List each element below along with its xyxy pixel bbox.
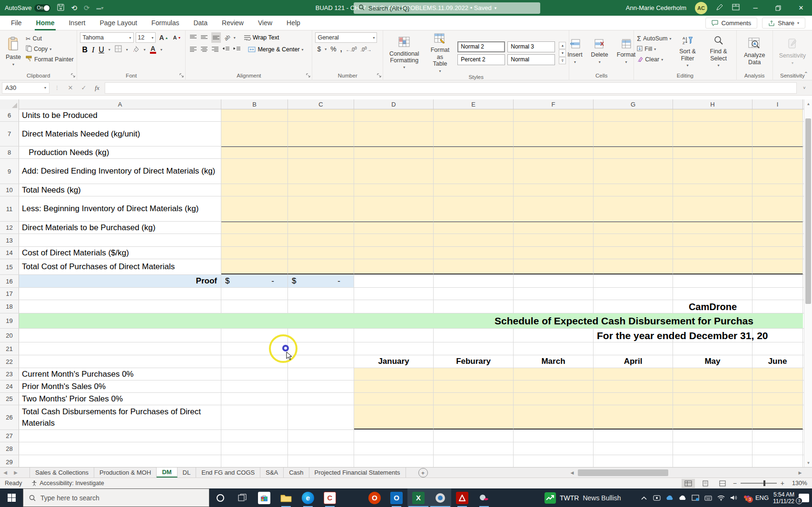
cell-B25[interactable]	[221, 393, 288, 405]
row-header-11[interactable]: 11	[0, 196, 19, 221]
cell-C8[interactable]	[288, 146, 354, 158]
cell-F15[interactable]	[514, 259, 594, 274]
cell-A14[interactable]: Cost of Direct Materials ($/kg)	[19, 247, 221, 259]
column-header-G[interactable]: G	[594, 99, 673, 109]
copy-button[interactable]: Copy▾	[26, 44, 74, 54]
restore-button[interactable]	[771, 0, 785, 16]
outlook-icon[interactable]: O	[386, 488, 407, 507]
autosave-toggle[interactable]: AutoSave On	[5, 4, 50, 12]
sheet-tab-sales-collections[interactable]: Sales & Collections	[30, 468, 94, 478]
phone-link-icon[interactable]	[691, 495, 700, 501]
cell-I11[interactable]	[753, 196, 803, 221]
cell-I23[interactable]	[753, 368, 803, 380]
task-view-icon[interactable]	[231, 488, 253, 507]
clock[interactable]: 5:54 AM 11/11/22	[773, 491, 794, 505]
search-box[interactable]: Search (Alt+Q)	[354, 2, 540, 14]
cell-E25[interactable]	[434, 393, 514, 405]
cell-B11[interactable]	[221, 196, 288, 221]
cell-C26[interactable]	[288, 405, 354, 429]
cell-B27[interactable]	[221, 430, 288, 442]
cell-E7[interactable]	[434, 122, 514, 146]
cell-A29[interactable]	[19, 455, 221, 467]
cell-D17[interactable]	[354, 288, 434, 300]
screen-recorder-icon[interactable]	[429, 488, 451, 507]
ribbon-tab-home[interactable]: Home	[29, 16, 62, 30]
hscroll-right-icon[interactable]: ▶	[796, 468, 804, 477]
cell-A10[interactable]: Total Needs (kg)	[19, 184, 221, 196]
clipboard-dialog-launcher-icon[interactable]	[71, 73, 75, 78]
cell-G18[interactable]	[594, 300, 673, 313]
delete-cells-button[interactable]: Delete▾	[588, 32, 611, 71]
cell-E27[interactable]	[434, 430, 514, 442]
wifi-icon[interactable]	[717, 495, 725, 501]
align-center-icon[interactable]	[200, 45, 208, 54]
cell-A25[interactable]: Two Months' Prior Sales 0%	[19, 393, 221, 405]
confirm-entry-icon[interactable]: ✓	[78, 82, 89, 94]
cell-H8[interactable]	[673, 146, 753, 158]
cell-F14[interactable]	[514, 247, 594, 259]
row-header-9[interactable]: 9	[0, 159, 19, 184]
cell-C13[interactable]	[288, 234, 354, 246]
onedrive-icon[interactable]	[665, 495, 674, 501]
column-header-B[interactable]: B	[221, 99, 288, 109]
format-as-table-button[interactable]: Format as Table▾	[426, 32, 454, 74]
cell-E16[interactable]	[434, 275, 514, 287]
number-dialog-launcher-icon[interactable]	[377, 73, 381, 78]
cell-G12[interactable]	[594, 222, 673, 234]
cell-H22[interactable]: May	[673, 355, 753, 368]
cell-F8[interactable]	[514, 146, 594, 158]
save-icon[interactable]	[57, 4, 64, 12]
cell-E22[interactable]: Feburary	[434, 355, 514, 368]
cell-B16[interactable]: $-	[221, 275, 288, 287]
cell-A6[interactable]: Units to be Produced	[19, 109, 221, 121]
underline-button[interactable]: U	[99, 46, 104, 54]
cell-G22[interactable]: April	[594, 355, 673, 368]
cell-F26[interactable]	[514, 405, 594, 429]
cell-I12[interactable]	[753, 222, 803, 234]
sort-filter-button[interactable]: AZ Sort & Filter▾	[674, 32, 701, 71]
font-family-select[interactable]: Tahoma▾	[80, 32, 133, 43]
name-box[interactable]: A30▾	[2, 82, 50, 94]
name-box-splitter[interactable]: ⋮	[51, 82, 63, 94]
cell-B7[interactable]	[221, 122, 288, 146]
redo-icon[interactable]: ⟳	[84, 4, 90, 12]
style-normal-2[interactable]: Normal 2	[457, 41, 505, 52]
cell-C29[interactable]	[288, 455, 354, 467]
cell-E9[interactable]	[434, 159, 514, 184]
style-percent-2[interactable]: Percent 2	[457, 54, 505, 65]
cell-F16[interactable]	[514, 275, 594, 287]
cell-I6[interactable]	[753, 109, 803, 121]
ribbon-tab-review[interactable]: Review	[215, 16, 251, 30]
cell-A26[interactable]: Total Cash Disbursements for Purchases o…	[19, 405, 221, 429]
sheet-nav-left-icon[interactable]: ◀	[0, 468, 10, 478]
cell-B26[interactable]	[221, 405, 288, 429]
cell-F23[interactable]	[514, 368, 594, 380]
cell-C12[interactable]	[288, 222, 354, 234]
ink-pen-icon[interactable]	[716, 3, 723, 12]
row-header-15[interactable]: 15	[0, 259, 19, 274]
cell-A7[interactable]: Direct Materials Needed (kg/unit)	[19, 122, 221, 146]
cell-D13[interactable]	[354, 234, 434, 246]
cell-H24[interactable]	[673, 380, 753, 392]
cell-F13[interactable]	[514, 234, 594, 246]
cell-F9[interactable]	[514, 159, 594, 184]
wrap-text-button[interactable]: Wrap Text	[244, 34, 279, 41]
hscroll-left-icon[interactable]: ◀	[568, 468, 576, 477]
ribbon-tab-file[interactable]: File	[4, 16, 29, 30]
comments-button[interactable]: Comments	[705, 18, 757, 29]
cell-H9[interactable]	[673, 159, 753, 184]
cell-F20[interactable]	[514, 329, 594, 342]
ribbon-tab-page-layout[interactable]: Page Layout	[92, 16, 144, 30]
zoom-slider-thumb[interactable]	[763, 480, 765, 486]
cell-B15[interactable]	[221, 259, 288, 274]
sheet-tab-s-a[interactable]: S&A	[260, 468, 284, 478]
cell-D26[interactable]	[354, 405, 434, 429]
user-name[interactable]: Ann-Marie Cederholm	[626, 4, 686, 11]
cell-D22[interactable]: January	[354, 355, 434, 368]
scroll-up-icon[interactable]: ▲	[804, 99, 812, 108]
align-right-icon[interactable]	[211, 45, 219, 54]
style-normal-3[interactable]: Normal 3	[507, 41, 555, 52]
cell-I21[interactable]	[753, 342, 803, 355]
cell-H17[interactable]	[673, 288, 753, 300]
cell-A13[interactable]	[19, 234, 221, 246]
